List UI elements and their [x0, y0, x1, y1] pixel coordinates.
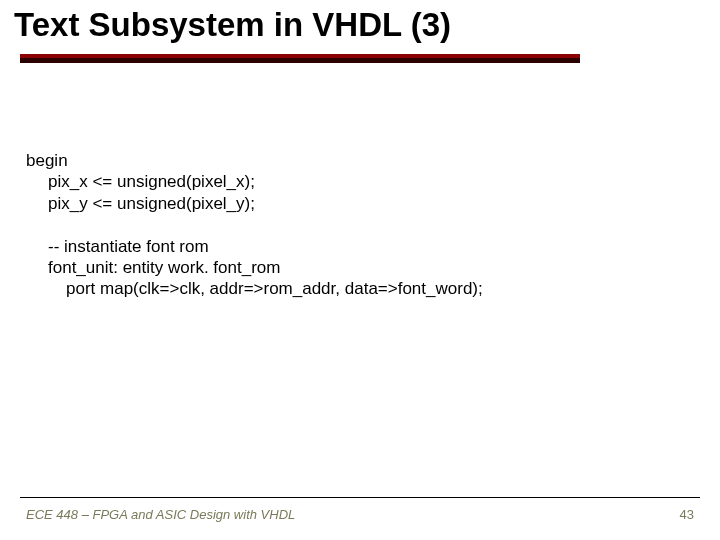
- footer-course: ECE 448 – FPGA and ASIC Design with VHDL: [26, 507, 295, 522]
- code-line: pix_y <= unsigned(pixel_y);: [26, 193, 694, 214]
- slide-body: begin pix_x <= unsigned(pixel_x); pix_y …: [26, 150, 694, 300]
- title-rule-dark: [20, 58, 580, 63]
- code-line: port map(clk=>clk, addr=>rom_addr, data=…: [26, 278, 694, 299]
- code-line: begin: [26, 150, 694, 171]
- slide-title: Text Subsystem in VHDL (3): [14, 6, 451, 44]
- page-number: 43: [680, 507, 694, 522]
- code-line: pix_x <= unsigned(pixel_x);: [26, 171, 694, 192]
- slide: Text Subsystem in VHDL (3) begin pix_x <…: [0, 0, 720, 540]
- code-line: font_unit: entity work. font_rom: [26, 257, 694, 278]
- footer-rule: [20, 497, 700, 498]
- code-line: -- instantiate font rom: [26, 236, 694, 257]
